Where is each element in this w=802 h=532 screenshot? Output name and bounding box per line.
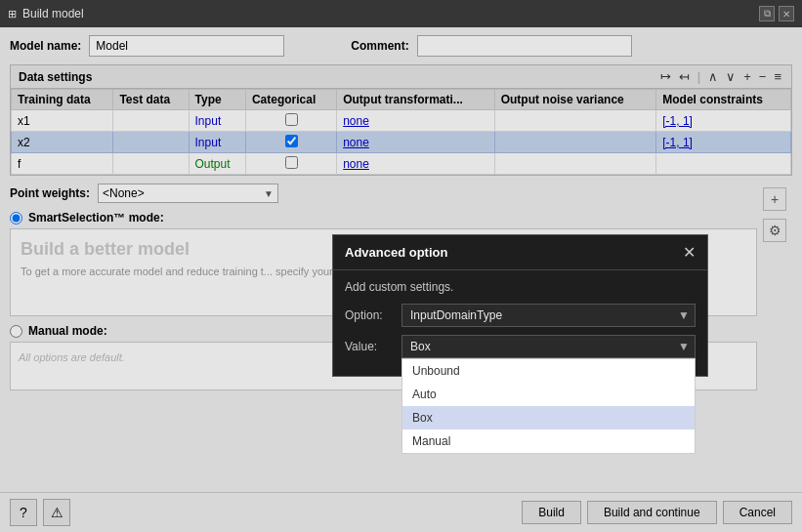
modal-option-row: Option: InputDomainType ▼: [345, 304, 696, 327]
advanced-option-modal: Advanced option ✕ Add custom settings. O…: [332, 234, 708, 377]
modal-close-button[interactable]: ✕: [683, 243, 696, 262]
modal-option-label: Option:: [345, 308, 394, 322]
modal-title: Advanced option: [345, 245, 447, 260]
dropdown-item-unbound[interactable]: Unbound: [402, 359, 695, 383]
modal-header: Advanced option ✕: [333, 235, 707, 270]
modal-option-select-wrapper: InputDomainType ▼: [401, 304, 696, 327]
modal-value-row: Value: Box ▼ Unbound Auto Box Manual: [345, 335, 696, 358]
value-dropdown-menu: Unbound Auto Box Manual: [401, 358, 696, 454]
modal-value-label: Value:: [345, 340, 394, 353]
modal-value-select[interactable]: Box: [401, 335, 696, 358]
dropdown-item-auto[interactable]: Auto: [402, 383, 695, 406]
modal-option-select[interactable]: InputDomainType: [401, 304, 696, 327]
dropdown-item-manual[interactable]: Manual: [402, 430, 695, 453]
dropdown-item-box[interactable]: Box: [402, 406, 695, 430]
modal-body: Add custom settings. Option: InputDomain…: [333, 270, 707, 376]
modal-subtitle: Add custom settings.: [345, 280, 696, 294]
modal-value-select-wrapper: Box ▼ Unbound Auto Box Manual: [401, 335, 696, 358]
